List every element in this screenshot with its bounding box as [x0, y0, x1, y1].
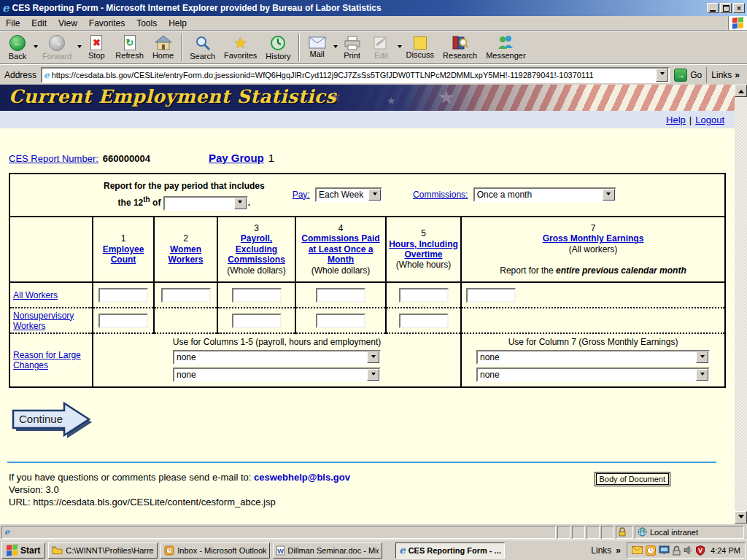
nonsupervisory-col5-input[interactable]	[399, 314, 449, 328]
logout-link[interactable]: Logout	[695, 114, 724, 125]
address-dropdown-icon[interactable]	[656, 69, 668, 82]
menu-tools[interactable]: Tools	[131, 17, 163, 30]
vertical-scrollbar[interactable]	[735, 85, 747, 524]
menu-favorites[interactable]: Favorites	[83, 17, 131, 30]
status-main-panel: e	[1, 526, 556, 539]
research-button[interactable]: Research	[438, 32, 481, 63]
all-workers-col5-input[interactable]	[399, 288, 449, 303]
home-icon	[155, 35, 172, 50]
help-link[interactable]: Help	[666, 114, 686, 125]
chevron-down-icon[interactable]	[234, 198, 247, 209]
scrollbar-down-icon[interactable]	[735, 511, 747, 524]
reason-cols15-cell: Use for Columns 1-5 (payroll, hours and …	[93, 333, 461, 387]
tray-lock-icon[interactable]	[673, 545, 681, 556]
reason-col7-select-2[interactable]: none	[476, 368, 710, 382]
chevron-down-icon[interactable]	[367, 369, 379, 381]
pay-frequency-select[interactable]: Each Week	[315, 187, 382, 202]
edit-icon	[374, 36, 390, 50]
employee-count-link[interactable]: Employee Count	[103, 244, 144, 265]
go-button[interactable]: → Go	[670, 69, 706, 82]
scrollbar-up-icon[interactable]	[735, 85, 747, 97]
forward-button[interactable]: → Forward	[38, 32, 76, 63]
chevron-down-icon[interactable]	[368, 189, 381, 201]
links-toolbar[interactable]: Links »	[706, 67, 744, 83]
nonsupervisory-col4-input[interactable]	[316, 314, 365, 328]
task-word-window[interactable]: W Dillman Seminar.doc - Mic...	[273, 542, 382, 559]
reason-large-changes-link[interactable]: Reason for Large Changes	[13, 350, 81, 370]
pay-period-month-select[interactable]	[163, 196, 248, 211]
task-ie-ces-window[interactable]: e CES Reporting Form - ...	[395, 542, 505, 559]
all-workers-col3-input[interactable]	[232, 288, 282, 303]
task-explorer-window[interactable]: C:\WINNT\Profiles\Harre...	[48, 542, 158, 559]
chevron-down-icon[interactable]	[603, 189, 615, 201]
payroll-link[interactable]: Payroll, Excluding Commissions	[228, 233, 285, 265]
reason-cols15-select-1[interactable]: none	[173, 350, 381, 365]
history-button[interactable]: History	[261, 32, 295, 63]
mail-button[interactable]: Mail	[303, 32, 332, 63]
restore-button[interactable]	[720, 3, 732, 13]
commissions-link[interactable]: Commissions:	[413, 190, 468, 200]
menu-edit[interactable]: Edit	[26, 17, 53, 30]
hours-link[interactable]: Hours, Including Overtime	[389, 239, 458, 260]
print-button[interactable]: Print	[338, 32, 367, 63]
taskbar-links-toolbar[interactable]: Links »	[591, 545, 621, 556]
pay-group-value: 1	[268, 152, 274, 164]
taskbar: Start C:\WINNT\Profiles\Harre... Inbox -…	[0, 540, 747, 560]
tray-volume-icon[interactable]	[684, 545, 693, 555]
all-workers-col7-input[interactable]	[466, 288, 516, 303]
refresh-icon: ↻	[124, 35, 136, 50]
nonsupervisory-col3-input[interactable]	[232, 314, 282, 328]
search-button[interactable]: Search	[185, 32, 220, 63]
browser-viewport: ★ ★ ★ Current Employment Statistics Help…	[0, 85, 747, 524]
back-icon: ←	[9, 35, 26, 51]
discuss-button[interactable]: Discuss	[402, 32, 439, 63]
home-button[interactable]: Home	[148, 32, 178, 63]
all-workers-col2-input[interactable]	[161, 288, 211, 303]
address-url: https://cesdata.bls.gov/CESLite/entryFor…	[52, 71, 657, 79]
chevron-down-icon[interactable]	[696, 369, 708, 381]
continue-button[interactable]: Continue	[12, 402, 99, 440]
all-workers-col4-input[interactable]	[316, 288, 365, 303]
address-input[interactable]: e https://cesdata.bls.gov/CESLite/entryF…	[41, 67, 670, 83]
gross-monthly-earnings-link[interactable]: Gross Monthly Earnings	[543, 233, 644, 244]
pay-link[interactable]: Pay:	[293, 190, 310, 200]
tray-clock-icon[interactable]	[646, 545, 656, 556]
all-workers-col1-input[interactable]	[98, 288, 148, 303]
commissions-paid-link[interactable]: Commissions Paid at Least Once a Month	[301, 233, 379, 265]
browser-window: e CES Reporting Form - Microsoft Interne…	[0, 0, 747, 560]
commissions-select[interactable]: Once a month	[473, 187, 616, 202]
nonsupervisory-col1-input[interactable]	[98, 314, 148, 328]
ie-logo-icon: e	[2, 3, 9, 13]
menu-view[interactable]: View	[53, 17, 83, 30]
menu-help[interactable]: Help	[163, 17, 193, 30]
reason-col7-select-1[interactable]: none	[476, 350, 710, 365]
body-of-document-tag: Body of Document	[596, 473, 670, 485]
tray-mail-icon[interactable]	[632, 546, 643, 554]
task-outlook-window[interactable]: Inbox - Microsoft Outlook	[160, 542, 270, 559]
stop-button[interactable]: ✖ Stop	[82, 32, 111, 63]
help-email-link[interactable]: ceswebhelp@bls.gov	[254, 472, 350, 483]
forward-icon: →	[49, 35, 65, 51]
ces-report-number-link[interactable]: CES Report Number:	[9, 153, 98, 164]
menu-file[interactable]: File	[0, 17, 26, 30]
nonsupervisory-workers-link[interactable]: Nonsupervisory Workers	[13, 311, 74, 331]
report-number-value: 660000004	[103, 153, 150, 164]
close-button[interactable]: ×	[733, 3, 745, 13]
edit-button[interactable]: Edit	[367, 32, 396, 63]
back-button[interactable]: ← Back	[3, 32, 32, 63]
chevron-down-icon[interactable]	[367, 351, 379, 363]
minimize-button[interactable]	[707, 3, 719, 13]
history-icon	[270, 35, 286, 51]
chevron-down-icon[interactable]	[696, 351, 708, 363]
tray-display-icon[interactable]	[659, 545, 670, 555]
tray-shield-icon[interactable]: V	[696, 545, 705, 556]
reason-cols15-select-2[interactable]: none	[173, 368, 381, 382]
standard-toolbar: ← Back → Forward ✖ Stop ↻ Refresh Home	[0, 31, 747, 64]
all-workers-link[interactable]: All Workers	[13, 290, 58, 300]
favorites-button[interactable]: ★ Favorites	[220, 32, 261, 63]
refresh-button[interactable]: ↻ Refresh	[111, 32, 148, 63]
start-button[interactable]: Start	[1, 542, 45, 559]
women-workers-link[interactable]: Women Workers	[169, 244, 204, 265]
pay-group-link[interactable]: Pay Group	[209, 152, 264, 164]
messenger-button[interactable]: Messenger	[481, 32, 530, 63]
